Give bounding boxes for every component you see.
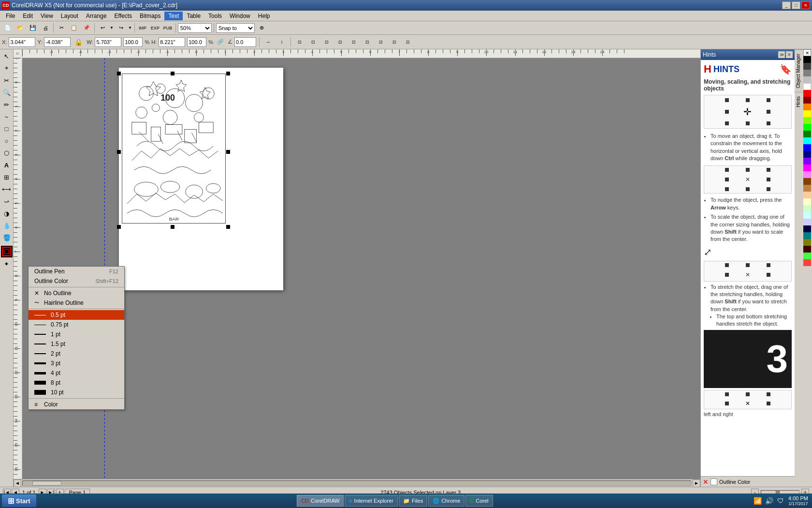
color-pink[interactable]	[803, 171, 811, 178]
align-mr[interactable]: ⊡	[362, 37, 373, 47]
color-cream[interactable]	[803, 198, 811, 205]
color-green[interactable]	[803, 124, 811, 131]
print-button[interactable]: 🖨	[40, 23, 51, 33]
tool-shape[interactable]: ⌖	[1, 62, 13, 74]
hints-expand-btn[interactable]: ≫	[778, 51, 785, 58]
tool-poly[interactable]: ⬡	[1, 147, 13, 159]
ctx-2pt[interactable]: 2 pt	[29, 349, 124, 359]
w-input[interactable]	[95, 37, 121, 47]
color-dark-red[interactable]	[803, 97, 811, 104]
cut-button[interactable]: ✂	[56, 23, 67, 33]
maximize-button[interactable]: □	[792, 1, 800, 9]
align-mc[interactable]: ⊡	[348, 37, 360, 47]
taskbar-files[interactable]: 📁 Files	[399, 495, 427, 507]
ctx-outline-color[interactable]: Outline Color Shift+F12	[29, 276, 124, 286]
taskbar-corel[interactable]: C Corel	[465, 495, 493, 507]
redo-dropdown[interactable]: ▼	[128, 23, 132, 33]
h-pct-input[interactable]	[187, 37, 206, 47]
export-button[interactable]: EXP	[149, 23, 161, 33]
minimize-button[interactable]: _	[782, 1, 791, 9]
redo-button[interactable]: ↪	[115, 23, 127, 33]
network-icon[interactable]: 📶	[754, 497, 761, 505]
color-sky[interactable]	[803, 212, 811, 219]
menu-table[interactable]: Table	[183, 12, 204, 20]
color-peach[interactable]	[803, 192, 811, 198]
color-lime[interactable]	[803, 253, 811, 259]
titlebar-controls[interactable]: _ □ ✕	[782, 1, 810, 9]
menu-help[interactable]: Help	[254, 12, 274, 20]
ctx-color[interactable]: ≡ Color	[29, 400, 124, 409]
hints-bookmark-icon[interactable]: 🔖	[780, 63, 792, 75]
color-dark-green[interactable]	[803, 131, 811, 137]
x-input[interactable]	[9, 37, 35, 47]
taskbar-ie[interactable]: e Internet Explorer	[345, 495, 397, 507]
handle-tm[interactable]	[171, 72, 174, 75]
align-br[interactable]: ⊡	[402, 37, 414, 47]
color-olive[interactable]	[803, 239, 811, 246]
h-scrollbar[interactable]: ◄ ►	[14, 479, 700, 487]
outline-color-swatch[interactable]	[710, 478, 717, 485]
color-purple[interactable]	[803, 158, 811, 164]
start-button[interactable]: ⊞ Start	[2, 494, 36, 507]
ctx-05pt[interactable]: 0.5 pt	[29, 310, 124, 320]
color-black[interactable]	[803, 56, 811, 63]
tool-smart[interactable]: ~	[1, 111, 13, 122]
color-dark-gray[interactable]	[803, 63, 811, 70]
align-tl[interactable]: ⊡	[294, 37, 305, 47]
align-tr[interactable]: ⊡	[321, 37, 333, 47]
ctx-3pt[interactable]: 3 pt	[29, 359, 124, 368]
h-scroll-thumb[interactable]	[32, 481, 61, 486]
handle-bm[interactable]	[171, 225, 174, 229]
color-white[interactable]	[803, 83, 811, 90]
color-magenta[interactable]	[803, 164, 811, 171]
color-orange[interactable]	[803, 104, 811, 110]
tab-object-manager[interactable]: Object Manager	[795, 49, 803, 92]
tool-crop[interactable]: ✂	[1, 75, 13, 86]
tool-rect[interactable]: □	[1, 123, 13, 134]
color-navy[interactable]	[803, 225, 811, 232]
scroll-right-btn[interactable]: ►	[693, 479, 700, 487]
color-none[interactable]: ✕	[803, 49, 811, 56]
new-button[interactable]: 📄	[2, 23, 14, 33]
align-bc[interactable]: ⊡	[389, 37, 400, 47]
tool-ellipse[interactable]: ○	[1, 135, 13, 147]
ctx-8pt[interactable]: 8 pt	[29, 378, 124, 388]
handle-br[interactable]	[226, 225, 230, 229]
color-lavender[interactable]	[803, 219, 811, 225]
save-button[interactable]: 💾	[27, 23, 39, 33]
publish-button[interactable]: PUB	[162, 23, 174, 33]
tool-select[interactable]: ↖	[1, 50, 13, 62]
tool-outline[interactable]	[1, 246, 13, 257]
w-pct-input[interactable]	[123, 37, 143, 47]
tool-table[interactable]: ⊞	[1, 171, 13, 183]
menu-edit[interactable]: Edit	[19, 12, 37, 20]
ctx-outline-pen[interactable]: Outline Pen F12	[29, 267, 124, 276]
tool-dropper[interactable]: 💧	[1, 220, 13, 231]
artwork-object[interactable]: BAR 100	[122, 74, 226, 224]
color-maroon[interactable]	[803, 246, 811, 253]
y-input[interactable]	[44, 37, 71, 47]
handle-bl[interactable]	[117, 225, 121, 229]
clock-area[interactable]: 4:00 PM 1/17/2017	[788, 495, 808, 506]
tool-dimension[interactable]: ⟷	[1, 183, 13, 195]
hints-panel-controls[interactable]: ≫ ✕	[778, 51, 793, 58]
snap-select[interactable]: Snap to	[216, 23, 255, 33]
ctx-4pt[interactable]: 4 pt	[29, 368, 124, 378]
canvas-scroll-area[interactable]: BAR 100 ✕	[22, 58, 700, 479]
undo-button[interactable]: ↩	[97, 23, 108, 33]
taskbar-chrome[interactable]: 🌐 Chrome	[428, 495, 464, 507]
tool-connector[interactable]: ⤻	[1, 195, 13, 207]
tool-text[interactable]: A	[1, 159, 13, 171]
color-tan[interactable]	[803, 185, 811, 192]
handle-ml[interactable]	[117, 150, 121, 154]
color-mint[interactable]	[803, 205, 811, 212]
hints-close-btn[interactable]: ✕	[786, 51, 793, 58]
ctx-075pt[interactable]: 0.75 pt	[29, 320, 124, 329]
handle-mr[interactable]	[226, 150, 230, 154]
color-teal[interactable]	[803, 232, 811, 239]
copy-button[interactable]: 📋	[68, 23, 80, 33]
handle-tr[interactable]	[226, 72, 230, 75]
menu-view[interactable]: View	[37, 12, 57, 20]
angle-input[interactable]	[234, 37, 256, 47]
menu-bitmaps[interactable]: Bitmaps	[136, 12, 164, 20]
